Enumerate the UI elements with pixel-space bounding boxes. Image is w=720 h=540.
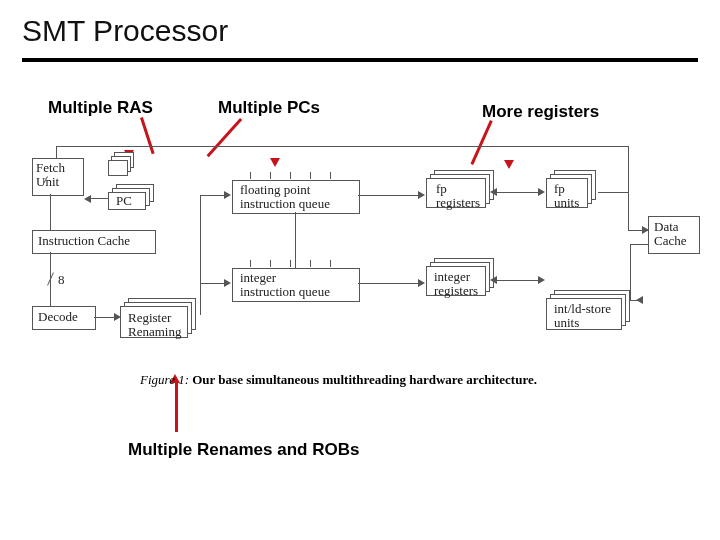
arrowhead-fpunits-l	[490, 188, 497, 196]
text-fetch-unit: FetchUnit	[36, 161, 65, 189]
connector-return-into-fetch	[56, 146, 57, 158]
connector-dcache-down2	[630, 244, 631, 300]
text-pc: PC	[116, 194, 132, 208]
text-fpunits: fpunits	[554, 182, 579, 210]
title-rule	[22, 58, 698, 62]
tick-intq-5	[330, 260, 331, 267]
callout-arrowhead-regs	[504, 160, 514, 169]
tick-intq-1	[250, 260, 251, 267]
connector-rename-vert	[200, 195, 201, 315]
arrowhead-intq-intreg	[418, 279, 425, 287]
tick-fpq-4	[310, 172, 311, 179]
callout-arrow-ras	[140, 117, 155, 154]
arrow-pc-to-fetch	[84, 195, 91, 203]
arrowhead-dcache-in1	[642, 226, 649, 234]
arrowhead-ldst-back	[636, 296, 643, 304]
tick-fpq-5	[330, 172, 331, 179]
arrowhead-decode-rename	[114, 313, 121, 321]
caption-lead: Figure 1:	[140, 372, 189, 387]
callout-arrow-regs	[470, 120, 492, 165]
text-intreg: integerregisters	[434, 270, 478, 298]
figure-caption: Figure 1: Our base simultaneous multithr…	[140, 372, 537, 388]
label-multiple-renames: Multiple Renames and ROBs	[128, 440, 359, 460]
tick-intq-3	[290, 260, 291, 267]
callout-arrow-pcs	[207, 118, 243, 157]
tick-intq-4	[310, 260, 311, 267]
arrowhead-ldst-r	[538, 276, 545, 284]
connector-pc-fetch	[91, 198, 108, 199]
connector-fetch-icache	[50, 194, 51, 230]
connector-intreg-ldst	[494, 280, 542, 281]
connector-return-drop	[628, 146, 629, 192]
arrowhead-fpq-fpreg	[418, 191, 425, 199]
tick-fpq-1	[250, 172, 251, 179]
slide-stage: { "title": "SMT Processor", "labels": { …	[0, 0, 720, 540]
tick-fpq-2	[270, 172, 271, 179]
connector-fpunits-out	[598, 192, 628, 193]
label-multiple-pcs: Multiple PCs	[218, 98, 320, 118]
slide-title: SMT Processor	[22, 14, 228, 48]
text-ldst: int/ld-storeunits	[554, 302, 611, 330]
tick-intq-2	[270, 260, 271, 267]
arrowhead-ldst-l	[490, 276, 497, 284]
text-buswidth: 8	[58, 273, 65, 287]
arrowhead-to-intq	[224, 279, 231, 287]
connector-fpq-fpreg	[358, 195, 422, 196]
connector-return-bus	[56, 146, 628, 147]
connector-intq-intreg	[358, 283, 422, 284]
connector-queues	[295, 212, 296, 268]
block-ras-stack	[108, 152, 134, 176]
label-multiple-ras: Multiple RAS	[48, 98, 153, 118]
tick-fpq-3	[290, 172, 291, 179]
text-fpreg: fpregisters	[436, 182, 480, 210]
text-decode: Decode	[38, 310, 78, 324]
connector-dcache-down1	[628, 192, 629, 230]
arrowhead-fpunits-r	[538, 188, 545, 196]
text-fpq: floating pointinstruction queue	[240, 183, 330, 211]
connector-fpreg-fpunits	[494, 192, 542, 193]
callout-arrow-renames	[175, 382, 178, 432]
text-rename: RegisterRenaming	[128, 311, 181, 339]
connector-dcache-in2	[630, 244, 648, 245]
callout-arrowhead-pcs	[270, 158, 280, 167]
text-dcache: DataCache	[654, 220, 686, 248]
text-intq: integerinstruction queue	[240, 271, 330, 299]
text-icache: Instruction Cache	[38, 234, 130, 248]
caption-text: Our base simultaneous multithreading har…	[192, 372, 537, 387]
arrowhead-to-fpq	[224, 191, 231, 199]
label-more-registers: More registers	[482, 102, 599, 122]
